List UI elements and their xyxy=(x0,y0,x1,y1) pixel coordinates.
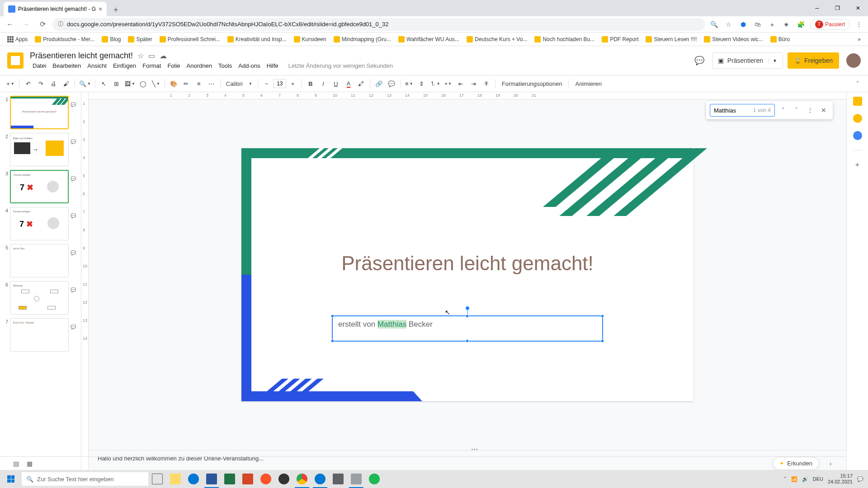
indent-decrease-button[interactable]: ⇤ xyxy=(455,78,467,89)
side-panel-toggle[interactable]: › xyxy=(824,458,837,469)
resize-handle[interactable] xyxy=(601,314,604,318)
menu-arrange[interactable]: Anordnen xyxy=(184,61,215,70)
slide-thumbnail-5[interactable]: Ich bin Text xyxy=(10,244,69,277)
tray-language[interactable]: DEU xyxy=(813,476,823,482)
tray-notifications-icon[interactable]: 💬 xyxy=(857,476,863,482)
bookmark-item[interactable]: Steuern Lesen !!!! xyxy=(643,34,699,44)
tray-volume-icon[interactable]: 🔊 xyxy=(802,476,808,482)
font-selector[interactable]: Calibri▼ xyxy=(223,78,255,89)
extensions-puzzle-icon[interactable]: 🧩 xyxy=(796,19,807,30)
add-panel-button[interactable]: + xyxy=(853,160,862,169)
taskbar-obs[interactable] xyxy=(275,470,293,488)
line-tool[interactable]: ╲▼ xyxy=(150,78,162,89)
explore-button[interactable]: ✦ Erkunden xyxy=(773,457,819,470)
tray-expand-icon[interactable]: ˄ xyxy=(784,476,787,482)
extension-icon-3[interactable]: ● xyxy=(767,19,778,30)
underline-button[interactable]: U xyxy=(330,78,342,89)
bookmark-item[interactable]: Noch hochladen Bu... xyxy=(532,34,597,44)
menu-addons[interactable]: Add-ons xyxy=(236,61,263,70)
present-button[interactable]: ▣ Präsentieren ▼ xyxy=(712,52,783,69)
keep-icon[interactable] xyxy=(853,114,862,123)
taskbar-explorer[interactable] xyxy=(166,470,184,488)
profile-pause-badge[interactable]: T Pausiert xyxy=(810,19,850,30)
bookmark-item[interactable]: PDF Report xyxy=(599,34,641,44)
find-options-button[interactable]: ⋮ xyxy=(805,105,816,116)
find-prev-button[interactable]: ˄ xyxy=(778,105,788,116)
share-button[interactable]: 🔒 Freigeben xyxy=(788,52,839,69)
menu-tools[interactable]: Tools xyxy=(216,61,235,70)
numbered-list-button[interactable]: ⒈▼ xyxy=(429,78,442,89)
move-icon[interactable]: ▭ xyxy=(148,52,155,60)
last-edit-text[interactable]: Letzte Änderung vor wenigen Sekunden xyxy=(286,61,396,70)
bookmark-item[interactable]: Professionell Schrei... xyxy=(157,34,223,44)
document-title[interactable]: Präsentieren leicht gemacht! xyxy=(30,51,133,61)
menu-file[interactable]: Datei xyxy=(30,61,49,70)
redo-button[interactable]: ↷ xyxy=(35,78,47,89)
resize-handle[interactable] xyxy=(331,339,334,343)
link-button[interactable]: 🔗 xyxy=(373,78,385,89)
bookmark-item[interactable]: Wahlfächer WU Aus... xyxy=(396,34,462,44)
forward-button[interactable]: → xyxy=(20,18,33,31)
taskbar-app-notepad[interactable] xyxy=(347,470,365,488)
menu-view[interactable]: Ansicht xyxy=(85,61,109,70)
apps-shortcut[interactable]: Apps xyxy=(5,34,30,44)
taskbar-app[interactable] xyxy=(329,470,347,488)
select-tool[interactable]: ↖ xyxy=(98,78,110,89)
bullet-list-button[interactable]: •▼ xyxy=(443,78,454,89)
taskbar-spotify[interactable] xyxy=(365,470,383,488)
clear-format-button[interactable]: T xyxy=(481,78,492,89)
menu-slide[interactable]: Folie xyxy=(165,61,183,70)
notes-resize-handle[interactable] xyxy=(467,449,481,452)
font-size-decrease[interactable]: − xyxy=(261,78,273,89)
bookmark-item[interactable]: Später xyxy=(125,34,155,44)
extension-icon-2[interactable]: 🛍 xyxy=(752,19,763,30)
slide-thumbnail-2[interactable]: Bilder und Grafiken → xyxy=(10,133,69,166)
menu-format[interactable]: Format xyxy=(140,61,164,70)
comments-button[interactable]: 💬 xyxy=(691,52,708,69)
chrome-menu-icon[interactable]: ⋮ xyxy=(854,19,864,30)
subtitle-text[interactable]: erstellt von Matthias Becker xyxy=(333,316,602,333)
bookmark-item[interactable]: Produktsuche - Mer... xyxy=(32,34,97,44)
slides-logo-icon[interactable] xyxy=(7,52,24,69)
slide-thumbnail-4[interactable]: Formen einfügen 7 ✖ xyxy=(10,207,69,240)
find-close-button[interactable]: ✕ xyxy=(818,105,829,116)
shape-tool[interactable]: ◯ xyxy=(137,78,149,89)
slide-thumbnail-6[interactable]: Mindmap xyxy=(10,281,69,314)
bookmark-item[interactable]: Kursideen xyxy=(291,34,329,44)
subtitle-textbox-selected[interactable]: erstellt von Matthias Becker xyxy=(332,315,603,342)
border-weight-button[interactable]: ≡ xyxy=(193,78,205,89)
taskbar-powerpoint[interactable] xyxy=(239,470,257,488)
fill-color-button[interactable]: 🎨 xyxy=(168,78,179,89)
filmstrip-view-button[interactable]: ▤ xyxy=(9,458,23,469)
bookmark-star-icon[interactable]: ☆ xyxy=(723,19,734,30)
image-tool[interactable]: 🖼▼ xyxy=(123,78,137,89)
collapse-toolbar-button[interactable]: ˆ xyxy=(852,78,863,89)
bookmark-item[interactable]: Büro xyxy=(768,34,793,44)
bookmark-item[interactable]: Mindmapping (Gru... xyxy=(331,34,394,44)
browser-tab[interactable]: Präsentieren leicht gemacht! - G × xyxy=(4,2,107,16)
tasks-icon[interactable] xyxy=(853,131,862,140)
windows-search[interactable]: 🔍 Zur Suche Text hier eingeben xyxy=(22,472,148,486)
indent-increase-button[interactable]: ⇥ xyxy=(468,78,480,89)
highlight-button[interactable]: 🖍 xyxy=(355,78,367,89)
extension-icon-4[interactable]: ★ xyxy=(781,19,792,30)
zoom-button[interactable]: 🔍▼ xyxy=(78,78,92,89)
align-button[interactable]: ≡▼ xyxy=(403,78,415,89)
slide-thumbnail-3[interactable]: Formen einfügen 7 ✖ xyxy=(10,170,69,203)
font-size-increase[interactable]: + xyxy=(287,78,299,89)
comment-button[interactable]: 💬 xyxy=(386,78,397,89)
start-button[interactable] xyxy=(0,470,22,488)
bookmark-overflow[interactable]: » xyxy=(855,34,863,44)
tray-network-icon[interactable]: 📶 xyxy=(791,476,797,482)
tab-close-icon[interactable]: × xyxy=(99,5,102,13)
animate-button[interactable]: Animieren xyxy=(571,80,605,87)
taskbar-app-brave[interactable] xyxy=(257,470,275,488)
format-options-button[interactable]: Formatierungsoptionen xyxy=(498,80,566,87)
slide-thumbnail-7[interactable]: Erste Folie - Beispiel xyxy=(10,318,69,352)
paint-format-button[interactable]: 🖌 xyxy=(60,78,72,89)
print-button[interactable]: 🖨 xyxy=(47,78,59,89)
undo-button[interactable]: ↶ xyxy=(22,78,34,89)
maximize-button[interactable]: ❐ xyxy=(827,0,848,16)
tray-clock[interactable]: 15:17 24.02.2021 xyxy=(828,473,853,485)
present-dropdown-icon[interactable]: ▼ xyxy=(769,58,777,63)
